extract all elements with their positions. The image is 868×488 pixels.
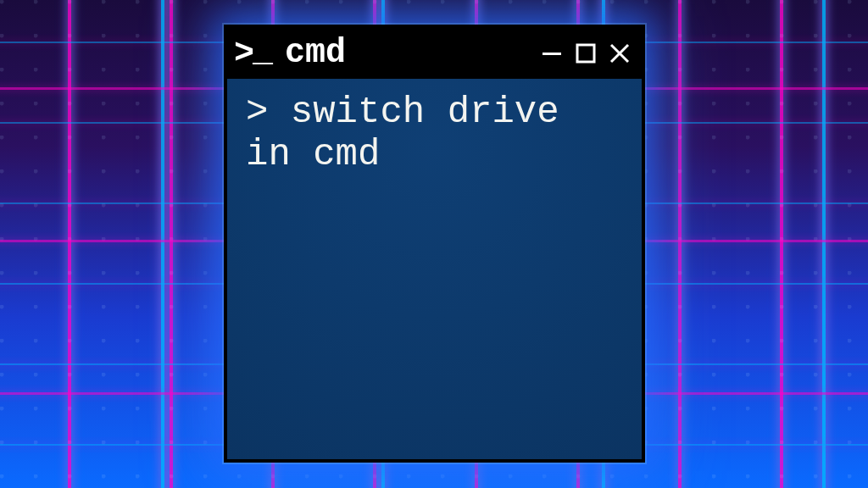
prompt-gt-icon: >: [234, 37, 254, 71]
cli-prompt: >: [246, 91, 268, 133]
svg-rect-1: [577, 45, 594, 62]
maximize-button[interactable]: [574, 42, 598, 65]
cli-command-text: switch drive in cmd: [246, 91, 581, 175]
window-controls: [540, 42, 632, 65]
minimize-icon: [541, 42, 563, 64]
minimize-button[interactable]: [540, 42, 564, 65]
close-icon: [609, 42, 631, 64]
terminal-icon: > _: [234, 35, 273, 73]
titlebar[interactable]: > _ cmd: [227, 28, 642, 79]
terminal-body[interactable]: > switch drive in cmd: [227, 79, 642, 459]
prompt-underscore-icon: _: [253, 33, 273, 71]
window-title: cmd: [285, 36, 346, 70]
command-line: > switch drive in cmd: [246, 91, 623, 175]
terminal-window: > _ cmd > switch dr: [224, 25, 645, 463]
close-button[interactable]: [608, 42, 632, 65]
svg-rect-0: [542, 53, 561, 55]
maximize-icon: [576, 43, 596, 64]
